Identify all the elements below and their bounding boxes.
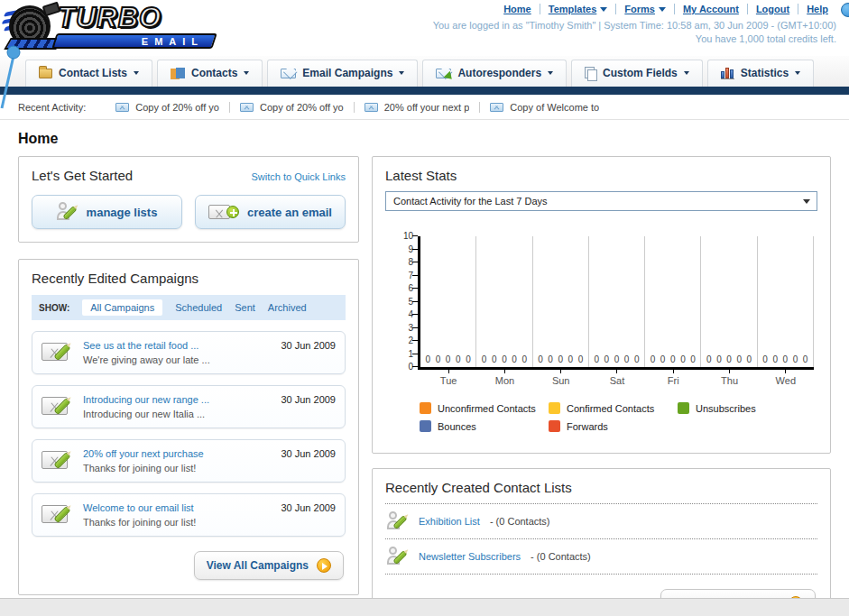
data-value-label: 0 — [670, 354, 676, 364]
data-value-label: 0 — [456, 354, 461, 364]
tab-custom-fields[interactable]: Custom Fields — [571, 60, 703, 87]
filter-archived[interactable]: Archived — [268, 302, 307, 313]
data-value-label: 0 — [502, 354, 507, 364]
chart-plot: 00000000000000000000000000000000000 0123… — [418, 236, 814, 370]
campaign-title-link[interactable]: Welcome to our email list — [83, 501, 272, 515]
x-axis-label: Fri — [645, 375, 701, 386]
filter-scheduled[interactable]: Scheduled — [175, 302, 222, 313]
person-pencil-icon — [387, 511, 409, 531]
logo-title: TURBO — [58, 2, 161, 34]
header-link-forms[interactable]: Forms — [616, 4, 675, 14]
y-axis-label: 6 — [393, 284, 413, 293]
right-column: Latest Stats Contact Activity for the La… — [372, 156, 831, 616]
campaign-title-link[interactable]: 20% off your next purchase — [83, 446, 272, 461]
logo-banner: EMAIL — [51, 33, 217, 49]
x-axis-label: Sun — [533, 375, 589, 386]
contact-list-link[interactable]: Newsletter Subscribers — [419, 551, 521, 562]
header-link-home[interactable]: Home — [495, 4, 540, 14]
manage-lists-button[interactable]: manage lists — [32, 195, 182, 229]
legend-label: Unsubscribes — [696, 403, 756, 414]
x-axis-cell: Wed — [758, 370, 814, 386]
help-balloon-icon[interactable] — [841, 3, 849, 17]
tab-contact-lists[interactable]: Contact Lists — [25, 60, 152, 87]
filter-all-campaigns[interactable]: All Campaigns — [82, 299, 162, 316]
tab-label: Custom Fields — [603, 67, 678, 79]
contact-list-row[interactable]: Exhibition List - (0 Contacts) — [385, 504, 817, 539]
legend-label: Unconfirmed Contacts — [438, 403, 536, 414]
x-axis-label: Mon — [476, 375, 532, 386]
y-axis-tick — [412, 354, 418, 354]
campaign-row[interactable]: See us at the retail food ... We're givi… — [32, 331, 346, 374]
header-link-my-account[interactable]: My Account — [675, 4, 748, 14]
chart-category-group: 00000 — [645, 236, 701, 367]
chevron-down-icon — [600, 7, 607, 12]
chart-category-group: 00000 — [701, 236, 757, 367]
pages-icon — [585, 67, 596, 79]
contact-list-link[interactable]: Exhibition List — [419, 516, 480, 527]
y-axis-tick — [412, 301, 418, 302]
envelope-pencil-icon — [42, 395, 74, 418]
legend-label: Forwards — [567, 421, 608, 432]
campaign-row[interactable]: Introducing our new range ... Introducin… — [32, 385, 346, 428]
recent-activity-item[interactable]: Copy of 20% off yo — [230, 102, 355, 113]
main-nav: Contact Lists Contacts Email Campaigns A… — [0, 56, 849, 87]
data-value-label: 0 — [446, 354, 451, 364]
view-all-campaigns-button[interactable]: View All Campaigns — [194, 551, 344, 580]
header-link-help[interactable]: Help — [798, 4, 836, 14]
show-label: SHOW: — [39, 303, 69, 313]
data-value-label: 0 — [803, 354, 808, 364]
create-email-button[interactable]: create an email — [195, 195, 346, 229]
envelope-pencil-icon — [42, 449, 74, 473]
data-value-label: 0 — [614, 354, 620, 364]
campaign-subtitle: Introducing our new Italia ... — [83, 407, 272, 421]
campaign-title-link[interactable]: See us at the retail food ... — [83, 338, 272, 353]
campaign-row[interactable]: 20% off your next purchase Thanks for jo… — [32, 439, 346, 483]
y-axis-tick — [412, 327, 418, 328]
data-value-label: 0 — [558, 354, 563, 364]
y-axis-label: 10 — [393, 232, 413, 241]
contact-list-row[interactable]: Newsletter Subscribers - (0 Contacts) — [385, 539, 817, 575]
data-value-label: 0 — [624, 354, 630, 364]
data-value-label: 0 — [736, 354, 742, 364]
data-value-label: 0 — [492, 354, 497, 364]
campaign-date: 30 Jun 2009 — [281, 340, 336, 351]
legend-swatch — [678, 402, 689, 414]
campaign-title-link[interactable]: Introducing our new range ... — [83, 392, 272, 407]
y-axis-label: 1 — [393, 350, 413, 359]
filter-sent[interactable]: Sent — [235, 302, 255, 313]
chevron-down-icon — [134, 71, 139, 75]
x-axis-tick — [729, 370, 730, 373]
get-started-title: Let's Get Started — [32, 168, 133, 183]
chart-category-group: 00000 — [420, 236, 476, 367]
tab-autoresponders[interactable]: Autoresponders — [422, 60, 567, 87]
tab-email-campaigns[interactable]: Email Campaigns — [267, 60, 418, 87]
contact-list-count: - (0 Contacts) — [490, 516, 550, 527]
left-column: Let's Get Started Switch to Quick Links … — [18, 156, 359, 595]
logo-subtitle: EMAIL — [142, 36, 204, 47]
switch-quick-links-link[interactable]: Switch to Quick Links — [251, 171, 346, 182]
data-value-label: 0 — [706, 354, 712, 364]
x-axis-cell: Sun — [533, 370, 589, 386]
envelope-plus-icon — [208, 204, 239, 220]
x-axis-cell: Thu — [701, 370, 757, 386]
link-label: Logout — [756, 4, 789, 14]
session-status: You are logged in as "Timothy Smith" | S… — [433, 19, 836, 46]
y-axis-label: 5 — [393, 298, 413, 307]
tab-statistics[interactable]: Statistics — [707, 60, 814, 87]
header-link-templates[interactable]: Templates — [540, 4, 617, 14]
data-value-label: 0 — [548, 354, 553, 364]
y-axis-tick — [412, 340, 418, 341]
campaign-row[interactable]: Welcome to our email list Thanks for joi… — [32, 493, 346, 537]
envelope-icon — [115, 103, 129, 112]
header-link-logout[interactable]: Logout — [748, 4, 798, 14]
campaigns-title: Recently Edited Campaigns — [32, 271, 346, 286]
stats-period-select[interactable]: Contact Activity for the Last 7 Days — [385, 191, 817, 211]
recent-activity-item[interactable]: Copy of 20% off yo — [106, 102, 230, 113]
data-value-label: 0 — [436, 354, 441, 364]
tab-contacts[interactable]: Contacts — [157, 60, 263, 87]
recent-activity-item[interactable]: 20% off your next p — [355, 102, 481, 113]
person-pencil-icon — [57, 202, 78, 222]
recent-activity-item[interactable]: Copy of Welcome to — [480, 102, 609, 113]
bar-chart-icon — [721, 68, 734, 79]
legend-swatch — [549, 420, 560, 432]
